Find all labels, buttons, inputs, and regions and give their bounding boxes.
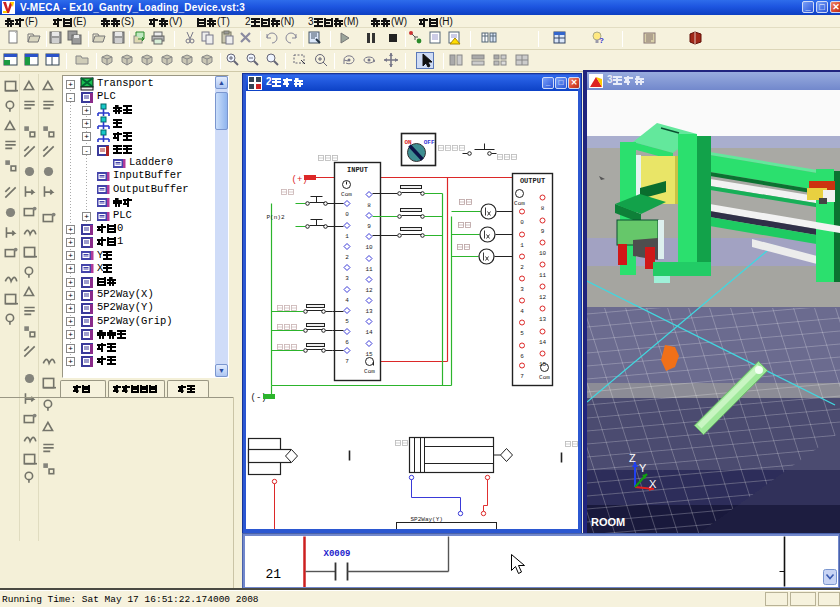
svg-text:3: 3 bbox=[345, 275, 349, 282]
svg-text:9: 9 bbox=[541, 228, 545, 235]
svg-text:SP2Way(Y): SP2Way(Y) bbox=[411, 516, 443, 523]
svg-text:7: 7 bbox=[520, 373, 524, 380]
svg-text:ROOM: ROOM bbox=[591, 516, 625, 528]
svg-text:13: 13 bbox=[539, 316, 547, 323]
svg-text:10: 10 bbox=[539, 250, 547, 257]
svg-text:2: 2 bbox=[520, 264, 524, 271]
svg-text:0: 0 bbox=[345, 211, 349, 218]
svg-text:Com: Com bbox=[514, 200, 525, 207]
svg-text:P(n)2: P(n)2 bbox=[267, 214, 285, 221]
svg-text:6: 6 bbox=[520, 353, 524, 360]
svg-text:4: 4 bbox=[520, 308, 524, 315]
svg-text:OUTPUT: OUTPUT bbox=[520, 177, 545, 185]
svg-text:6: 6 bbox=[345, 339, 349, 346]
svg-text:1: 1 bbox=[345, 233, 349, 240]
svg-text:Com: Com bbox=[341, 191, 352, 198]
svg-text:8: 8 bbox=[367, 202, 371, 209]
svg-text:2: 2 bbox=[345, 254, 349, 261]
svg-text:5: 5 bbox=[520, 330, 524, 337]
svg-text:Com: Com bbox=[364, 368, 375, 375]
svg-text:7: 7 bbox=[345, 358, 349, 365]
svg-text:10: 10 bbox=[365, 244, 373, 251]
svg-text:1: 1 bbox=[520, 242, 524, 249]
svg-text:11: 11 bbox=[365, 266, 373, 273]
svg-text:12: 12 bbox=[365, 287, 373, 294]
svg-text:14: 14 bbox=[539, 339, 547, 346]
svg-text:INPUT: INPUT bbox=[347, 166, 368, 174]
svg-text:3: 3 bbox=[520, 286, 524, 293]
svg-text:Com: Com bbox=[539, 374, 550, 381]
svg-text:0: 0 bbox=[520, 219, 524, 226]
svg-text:5: 5 bbox=[345, 318, 349, 325]
svg-text:4: 4 bbox=[345, 297, 349, 304]
svg-text:21: 21 bbox=[266, 567, 282, 582]
svg-text:12: 12 bbox=[539, 294, 547, 301]
svg-text:Z: Z bbox=[629, 452, 636, 464]
svg-text:11: 11 bbox=[539, 272, 547, 279]
svg-text:9: 9 bbox=[367, 223, 371, 230]
svg-text:ON: ON bbox=[405, 139, 413, 146]
svg-text:Y: Y bbox=[639, 462, 647, 474]
svg-text:X0009: X0009 bbox=[324, 549, 351, 559]
svg-text:13: 13 bbox=[365, 308, 373, 315]
svg-text:8: 8 bbox=[541, 205, 545, 212]
svg-text:X: X bbox=[649, 478, 657, 490]
svg-text:?: ? bbox=[599, 36, 604, 45]
svg-text:14: 14 bbox=[365, 329, 373, 336]
svg-text:15: 15 bbox=[365, 351, 373, 358]
svg-text:OFF: OFF bbox=[424, 139, 435, 146]
